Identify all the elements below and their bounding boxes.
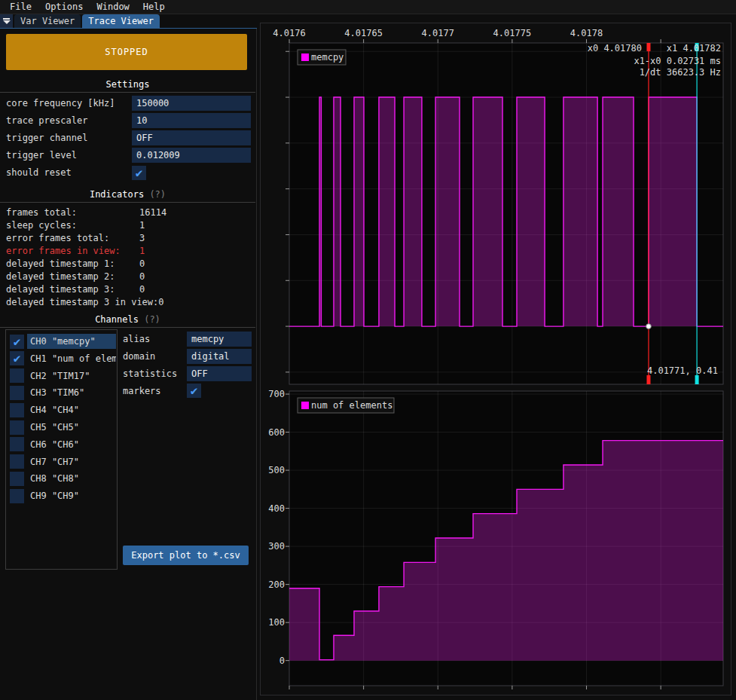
hover-tooltip: 4.01771, 0.41 — [647, 365, 718, 376]
indicator-row: sleep cycles:1 — [6, 219, 145, 231]
setting-checkbox-should-reset[interactable]: ✔ — [132, 166, 146, 180]
x-tick-label: 4.0177 — [422, 28, 454, 38]
channel-label[interactable]: CH8 "CH8" — [27, 471, 116, 486]
indicator-value: 1 — [139, 246, 145, 256]
left-panel: STOPPED Settings core frequency [kHz]150… — [0, 29, 255, 700]
channel-label[interactable]: CH0 "memcpy" — [27, 334, 116, 349]
property-checkbox-markers[interactable]: ✔ — [187, 384, 201, 398]
marker-x0-handle-bottom[interactable] — [646, 375, 650, 384]
y-tick-label: 0 — [279, 656, 285, 666]
setting-label: trace prescaler — [6, 113, 87, 128]
indicator-value: 16114 — [139, 207, 166, 218]
separator — [0, 327, 255, 328]
x-tick-label: 4.01775 — [493, 28, 532, 38]
menu-options[interactable]: Options — [38, 2, 90, 12]
property-input-alias[interactable]: memcpy — [187, 332, 252, 347]
export-csv-button[interactable]: Export plot to *.csv — [123, 546, 249, 565]
channel-checkbox-ch9[interactable] — [10, 489, 24, 503]
menu-help[interactable]: Help — [136, 2, 172, 12]
setting-label: core frequency [kHz] — [6, 96, 115, 111]
channel-row-ch6[interactable]: CH6 "CH6" — [10, 437, 116, 452]
y-tick-label: 700 — [268, 389, 285, 399]
setting-input-trigger-channel[interactable]: OFF — [132, 130, 251, 145]
channel-row-ch1[interactable]: ✔CH1 "num of elements" — [10, 351, 116, 366]
property-input-statistics[interactable]: OFF — [187, 366, 252, 381]
check-icon: ✔ — [136, 166, 143, 180]
channel-checkbox-ch4[interactable] — [10, 403, 24, 417]
channel-label[interactable]: CH5 "CH5" — [27, 420, 116, 435]
indicator-row: delayed timestamp 3:0 — [6, 283, 145, 295]
channel-label[interactable]: CH1 "num of elements" — [27, 351, 116, 366]
channel-label[interactable]: CH3 "TIM6" — [27, 385, 116, 400]
tab-var-viewer[interactable]: Var Viewer — [14, 14, 81, 28]
channel-label[interactable]: CH6 "CH6" — [27, 437, 116, 452]
indicator-value: 0 — [139, 284, 145, 295]
indicators-header: Indicators (?) — [0, 189, 255, 200]
separator — [0, 202, 255, 203]
channel-row-ch3[interactable]: CH3 "TIM6" — [10, 385, 116, 400]
channel-row-ch8[interactable]: CH8 "CH8" — [10, 471, 116, 486]
y-tick-label: 300 — [268, 541, 285, 552]
y-tick-label: 600 — [268, 427, 285, 438]
channel-checkbox-ch7[interactable] — [10, 454, 24, 469]
channel-checkbox-ch2[interactable] — [10, 368, 24, 383]
y-tick-label: 100 — [268, 617, 285, 628]
separator — [0, 92, 255, 93]
channel-row-ch0[interactable]: ✔CH0 "memcpy" — [10, 334, 116, 349]
menu-window[interactable]: Window — [90, 2, 136, 12]
indicator-value: 0 — [139, 258, 145, 269]
channel-row-ch4[interactable]: CH4 "CH4" — [10, 402, 116, 417]
channel-listbox[interactable]: ✔CH0 "memcpy"✔CH1 "num of elements"CH2 "… — [5, 329, 118, 570]
channel-checkbox-ch1[interactable]: ✔ — [10, 351, 24, 365]
channel-checkbox-ch8[interactable] — [10, 472, 24, 486]
marker-delta-label: x1-x0 0.02731 ms — [634, 56, 721, 66]
marker-x0-handle-top[interactable] — [646, 43, 650, 51]
memcpy-legend-swatch[interactable] — [301, 53, 309, 61]
channel-row-ch7[interactable]: CH7 "CH7" — [10, 454, 116, 469]
indicator-label: delayed timestamp 3: — [6, 283, 139, 295]
indicator-label: error frames total: — [6, 232, 139, 244]
setting-input-trigger-level[interactable]: 0.012009 — [132, 148, 251, 163]
channel-row-ch2[interactable]: CH2 "TIM17" — [10, 368, 116, 384]
tab-list-chevron-icon[interactable] — [0, 14, 13, 28]
setting-input-trace-prescaler[interactable]: 10 — [132, 113, 251, 128]
marker-x0-label: x0 4.01780 — [588, 43, 642, 53]
indicator-label: delayed timestamp 3 in view: — [6, 296, 158, 308]
property-label-domain: domain — [123, 349, 155, 364]
indicator-row: delayed timestamp 2:0 — [6, 271, 145, 283]
property-input-domain[interactable]: digital — [187, 349, 252, 364]
property-label-statistics: statistics — [123, 366, 177, 381]
channel-checkbox-ch5[interactable] — [10, 420, 24, 435]
tab-trace-viewer[interactable]: Trace Viewer — [82, 14, 160, 28]
check-icon: ✔ — [14, 351, 21, 365]
channel-label[interactable]: CH7 "CH7" — [27, 454, 116, 469]
menu-bar: FileOptionsWindowHelp — [0, 0, 736, 14]
stop-button[interactable]: STOPPED — [6, 34, 247, 70]
channel-label[interactable]: CH4 "CH4" — [27, 402, 116, 417]
property-label-alias: alias — [123, 332, 150, 347]
panel-divider[interactable] — [256, 29, 257, 700]
indicator-value: 0 — [139, 271, 145, 282]
hover-point — [646, 324, 652, 329]
setting-input-core-frequency-kHz-[interactable]: 150000 — [132, 96, 251, 111]
plots-canvas: 4.01764.017654.01774.017754.0178x0 4.017… — [260, 19, 736, 700]
check-icon: ✔ — [191, 384, 198, 398]
channel-label[interactable]: CH2 "TIM17" — [27, 368, 116, 384]
channel-row-ch9[interactable]: CH9 "CH9" — [10, 488, 116, 503]
indicator-row: delayed timestamp 3 in view:0 — [6, 296, 164, 308]
channel-checkbox-ch0[interactable]: ✔ — [10, 335, 24, 349]
channel-label[interactable]: CH9 "CH9" — [27, 488, 116, 503]
indicator-row: error frames in view:1 — [6, 245, 145, 257]
tab-bar: Var ViewerTrace Viewer — [0, 14, 257, 29]
elements-legend-swatch[interactable] — [301, 402, 309, 409]
indicator-value: 1 — [139, 220, 145, 231]
x-tick-label: 4.0178 — [570, 28, 603, 38]
elements-legend-label: num of elements — [311, 400, 392, 411]
menu-file[interactable]: File — [3, 2, 38, 12]
channel-checkbox-ch6[interactable] — [10, 437, 24, 451]
check-icon: ✔ — [14, 335, 21, 349]
marker-x1-handle-bottom[interactable] — [695, 375, 699, 384]
settings-header: Settings — [0, 79, 255, 90]
channel-row-ch5[interactable]: CH5 "CH5" — [10, 420, 116, 435]
channel-checkbox-ch3[interactable] — [10, 386, 24, 400]
